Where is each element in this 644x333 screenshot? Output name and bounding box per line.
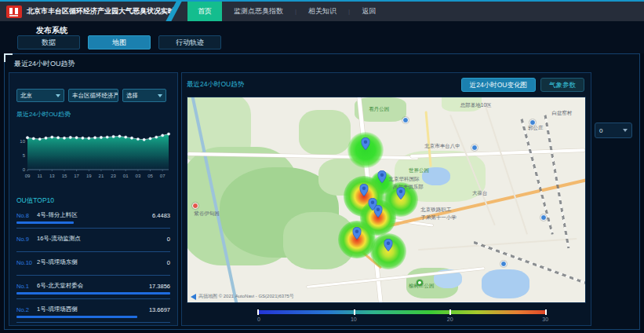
map-pin-marker[interactable] [384, 239, 392, 251]
map-pin-marker[interactable] [353, 227, 362, 240]
chevron-down-icon [623, 129, 628, 132]
map-pin-marker[interactable] [397, 187, 406, 199]
ou-change-map-button[interactable]: 近24小时OU变化图 [461, 78, 536, 92]
map-label: 世界公园 [409, 167, 429, 174]
rank-row: No.102号-填埋场东侧0 [16, 258, 170, 276]
left-sidebar: 北京 丰台区循环经济产 选择 最近24小时OU趋势 05100911131517… [9, 72, 178, 326]
map-pin-marker[interactable] [360, 184, 369, 196]
rank-site-name: 16号-流动监测点 [37, 235, 81, 243]
scale-label-20: 20 [447, 317, 453, 322]
scale-gradient [257, 310, 547, 314]
map-section-title: 最近24小时OU趋势 [187, 80, 244, 90]
tab-trajectory[interactable]: 行动轨迹 [158, 35, 221, 49]
map-layer-dropdown[interactable]: 0 [595, 123, 632, 138]
water-area [482, 269, 529, 298]
chevron-down-icon [56, 94, 60, 97]
ranking-title: OU值TOP10 [16, 196, 170, 206]
weather-params-button[interactable]: 气象参数 [540, 78, 584, 92]
nav-knowledge[interactable]: 相关知识 [304, 2, 341, 20]
system-label: 发布系统 [36, 25, 67, 36]
nav-separator: | [348, 8, 350, 15]
rank-value: 0 [167, 259, 170, 266]
map-label: 紫谷伊甸园 [194, 210, 220, 218]
view-tabs: 数据 地图 行动轨迹 [17, 35, 221, 49]
svg-text:05: 05 [147, 174, 153, 178]
rank-number: No.9 [16, 236, 37, 243]
main-panel: 最近24小时OU趋势 北京 丰台区循环经济产 选择 [4, 53, 640, 330]
rank-number: No.1 [16, 283, 37, 290]
nav-odor-index[interactable]: 监测点恶臭指数 [229, 2, 288, 20]
rank-site-name: 2号-填埋场东侧 [37, 258, 78, 266]
nav-back[interactable]: 返回 [357, 2, 380, 20]
scale-tick [257, 309, 259, 315]
svg-text:07: 07 [160, 174, 166, 178]
rank-value: 17.3856 [149, 283, 170, 290]
map-section: 最近24小时OU趋势 近24小时OU变化图 气象参数 看丹公园总部基地10区北京… [181, 72, 591, 326]
map-label: 看丹公园 [369, 106, 389, 113]
rank-row: No.84号-筛分上料区6.4483 [16, 211, 170, 229]
scale-tick [545, 309, 547, 315]
chart-title: 最近24小时OU趋势 [16, 110, 170, 119]
map-pin-marker[interactable] [378, 170, 387, 183]
rank-number: No.8 [16, 212, 37, 219]
map-label: 北京市丰台八中 [424, 143, 460, 150]
city-dropdown[interactable]: 北京 [16, 89, 64, 102]
rank-site-name: 1号-填埋场西侧 [37, 306, 78, 313]
road [418, 238, 577, 251]
site-dropdown[interactable]: 选择 [122, 89, 166, 102]
rank-bar [16, 221, 74, 224]
park-dropdown[interactable]: 丰台区循环经济产 [68, 89, 118, 102]
map-canvas[interactable]: 看丹公园总部基地10区北京市丰台八中世界公园大葆台紫谷伊甸园北京华科国际高尔夫俱… [187, 97, 586, 303]
scale-label-0: 0 [257, 317, 260, 322]
rank-row: No.16号-北天堂村委会17.3856 [16, 282, 170, 299]
right-controls: 0 [595, 72, 635, 326]
map-pin-marker[interactable] [368, 198, 377, 210]
top-header: 北京市丰台区循环经济产业园大气恶臭状况实时 首页 监测点恶臭指数 | 相关知识 … [0, 0, 644, 21]
svg-text:09: 09 [25, 174, 31, 178]
map-label: 郭公庄 [528, 125, 544, 132]
scale-label-10: 10 [351, 317, 357, 322]
rank-row: No.21号-填埋场西侧13.6697 [16, 306, 170, 323]
rank-separator [16, 275, 170, 276]
rank-value: 6.4483 [152, 212, 170, 219]
map-label: 总部基地10区 [460, 102, 492, 109]
brand: 北京市丰台区循环经济产业园大气恶臭状况实时 [0, 5, 169, 18]
app-logo-icon [6, 5, 22, 18]
ou-trend-chart: 0510091113151719212301030507 [16, 121, 173, 181]
svg-text:23: 23 [111, 174, 116, 178]
rank-number: No.2 [16, 306, 37, 313]
map-attribution-text: 高德地图 © 2021 AutoNavi - GS(2021)6375号 [198, 293, 294, 300]
svg-text:19: 19 [86, 174, 92, 178]
filter-row: 北京 丰台区循环经济产 选择 [16, 89, 170, 102]
scale-tick [354, 309, 355, 315]
ranking-list: No.84号-筛分上料区6.4483No.916号-流动监测点0No.102号-… [16, 211, 170, 323]
panel-body: 北京 丰台区循环经济产 选择 最近24小时OU趋势 05100911131517… [9, 72, 635, 326]
svg-text:21: 21 [99, 174, 104, 178]
rank-row: No.916号-流动监测点0 [16, 235, 170, 252]
map-buttons: 近24小时OU变化图 气象参数 [461, 78, 584, 92]
rank-value: 13.6697 [149, 306, 170, 313]
svg-text:13: 13 [49, 174, 55, 178]
svg-text:01: 01 [123, 174, 129, 178]
map-label: 榆树庄公园 [409, 283, 435, 290]
svg-text:03: 03 [136, 174, 141, 178]
nav-home[interactable]: 首页 [187, 2, 222, 21]
map-label: 北京铁路职工 [420, 207, 451, 214]
rank-value: 0 [167, 236, 170, 243]
svg-text:10: 10 [20, 139, 25, 144]
rank-separator [16, 228, 170, 229]
svg-text:0: 0 [23, 167, 26, 172]
scale-label-30: 30 [542, 317, 548, 322]
tab-map[interactable]: 地图 [88, 35, 151, 49]
tab-data[interactable]: 数据 [17, 35, 80, 49]
app-window: 北京市丰台区循环经济产业园大气恶臭状况实时 首页 监测点恶臭指数 | 相关知识 … [0, 0, 644, 333]
sub-header: 发布系统 数据 地图 行动轨迹 [0, 21, 644, 53]
map-pin-marker[interactable] [362, 137, 370, 150]
panel-title: 最近24小时OU趋势 [14, 59, 75, 69]
map-label: 北京华科国际 [389, 176, 420, 183]
map-label: 大葆台 [472, 190, 488, 197]
park-area [299, 110, 351, 155]
svg-text:17: 17 [74, 174, 79, 178]
rank-separator [16, 251, 170, 252]
rank-bar [16, 292, 170, 295]
